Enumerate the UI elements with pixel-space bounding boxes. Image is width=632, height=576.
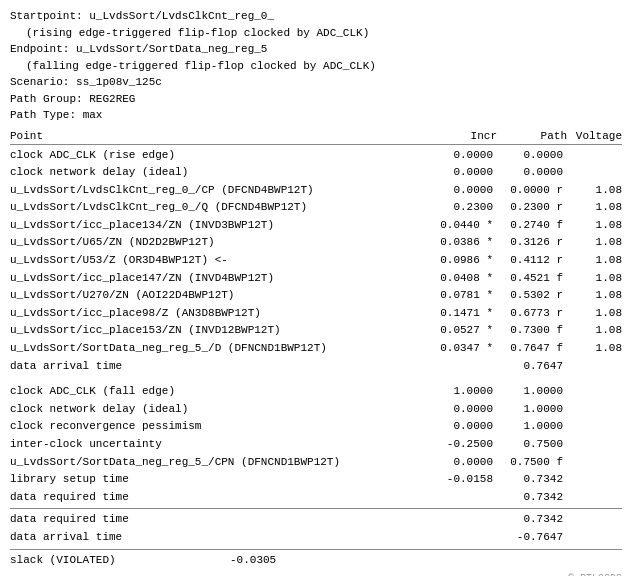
row-point: u_LvdsSort/icc_place153/ZN (INVD12BWP12T…	[10, 322, 417, 340]
row-point: u_LvdsSort/icc_place98/Z (AN3D8BWP12T)	[10, 305, 417, 323]
table-row: clock ADC_CLK (fall edge)1.00001.0000	[10, 383, 622, 401]
row-path: 0.6773 r	[497, 305, 567, 323]
row-incr: 1.0000	[417, 383, 497, 401]
row-incr	[417, 511, 497, 529]
table-row: data arrival time0.7647	[10, 358, 622, 376]
startpoint-label: Startpoint:	[10, 10, 83, 22]
row-point: data required time	[10, 511, 417, 529]
table-row: data arrival time-0.7647	[10, 529, 622, 547]
table-row: u_LvdsSort/LvdsClkCnt_reg_0_/Q (DFCND4BW…	[10, 199, 622, 217]
endpoint-name: u_LvdsSort/SortData_neg_reg_5	[76, 43, 267, 55]
row-path: 0.7342	[497, 471, 567, 489]
row-incr	[417, 529, 497, 547]
table-row: clock reconvergence pessimism0.00001.000…	[10, 418, 622, 436]
startpoint-detail: (rising edge-triggered flip-flop clocked…	[26, 27, 369, 39]
table-row: u_LvdsSort/SortData_neg_reg_5_/CPN (DFNC…	[10, 454, 622, 472]
table-row: clock network delay (ideal)0.00000.0000	[10, 164, 622, 182]
row-point: clock network delay (ideal)	[10, 401, 417, 419]
row-voltage	[567, 164, 622, 182]
row-path: 0.7300 f	[497, 322, 567, 340]
row-point: u_LvdsSort/SortData_neg_reg_5_/CPN (DFNC…	[10, 454, 417, 472]
slack-label: slack (VIOLATED)	[10, 552, 210, 570]
table-row: data required time0.7342	[10, 511, 622, 529]
row-point: library setup time	[10, 471, 417, 489]
table-row: data required time0.7342	[10, 489, 622, 507]
row-voltage: 1.08	[567, 287, 622, 305]
row-path: -0.7647	[497, 529, 567, 547]
row-voltage	[567, 147, 622, 165]
row-path: 0.5302 r	[497, 287, 567, 305]
table-row: clock network delay (ideal)0.00001.0000	[10, 401, 622, 419]
row-voltage: 1.08	[567, 199, 622, 217]
row-voltage	[567, 471, 622, 489]
row-incr: 0.0000	[417, 418, 497, 436]
report-container: Startpoint: u_LvdsSort/LvdsClkCnt_reg_0_…	[10, 8, 622, 576]
row-point: u_LvdsSort/SortData_neg_reg_5_/D (DFNCND…	[10, 340, 417, 358]
row-incr: 0.0000	[417, 182, 497, 200]
row-incr	[417, 358, 497, 376]
scenario-value: ss_1p08v_125c	[76, 76, 162, 88]
row-incr: 0.2300	[417, 199, 497, 217]
row-path: 0.3126 r	[497, 234, 567, 252]
row-incr: 0.0000	[417, 454, 497, 472]
row-incr: 0.0347 *	[417, 340, 497, 358]
timing-table: Point Incr Path Voltage clock ADC_CLK (r…	[10, 130, 622, 570]
row-point: u_LvdsSort/LvdsClkCnt_reg_0_/Q (DFCND4BW…	[10, 199, 417, 217]
section3-rows: data required time0.7342data arrival tim…	[10, 511, 622, 546]
col-header-incr: Incr	[417, 130, 497, 142]
path-type-label: Path Type:	[10, 109, 76, 121]
row-voltage	[567, 401, 622, 419]
row-incr: 0.0000	[417, 401, 497, 419]
row-voltage	[567, 436, 622, 454]
row-incr: 0.0986 *	[417, 252, 497, 270]
table-row: u_LvdsSort/LvdsClkCnt_reg_0_/CP (DFCND4B…	[10, 182, 622, 200]
table-row: u_LvdsSort/icc_place134/ZN (INVD3BWP12T)…	[10, 217, 622, 235]
gap1	[10, 375, 622, 383]
section2-rows: clock ADC_CLK (fall edge)1.00001.0000clo…	[10, 383, 622, 506]
row-incr: -0.0158	[417, 471, 497, 489]
slack-row: slack (VIOLATED) -0.0305	[10, 552, 622, 570]
row-point: clock ADC_CLK (rise edge)	[10, 147, 417, 165]
row-point: inter-clock uncertainty	[10, 436, 417, 454]
col-header-voltage: Voltage	[567, 130, 622, 142]
table-row: library setup time-0.01580.7342	[10, 471, 622, 489]
row-voltage	[567, 511, 622, 529]
table-row: u_LvdsSort/icc_place153/ZN (INVD12BWP12T…	[10, 322, 622, 340]
row-incr	[417, 489, 497, 507]
slack-value: -0.0305	[230, 552, 276, 570]
row-incr: -0.2500	[417, 436, 497, 454]
endpoint-detail: (falling edge-triggered flip-flop clocke…	[26, 60, 376, 72]
row-incr: 0.0386 *	[417, 234, 497, 252]
row-voltage: 1.08	[567, 340, 622, 358]
scenario-label: Scenario:	[10, 76, 69, 88]
row-path: 0.7342	[497, 489, 567, 507]
row-path: 0.0000	[497, 164, 567, 182]
table-header-row: Point Incr Path Voltage	[10, 130, 622, 145]
row-incr: 0.0527 *	[417, 322, 497, 340]
header-block: Startpoint: u_LvdsSort/LvdsClkCnt_reg_0_…	[10, 8, 622, 124]
row-voltage	[567, 529, 622, 547]
row-point: u_LvdsSort/icc_place147/ZN (INVD4BWP12T)	[10, 270, 417, 288]
path-group-label: Path Group:	[10, 93, 83, 105]
row-voltage: 1.08	[567, 305, 622, 323]
row-path: 0.2740 f	[497, 217, 567, 235]
divider2	[10, 508, 622, 509]
row-path: 1.0000	[497, 418, 567, 436]
row-path: 0.4521 f	[497, 270, 567, 288]
row-path: 0.7342	[497, 511, 567, 529]
row-incr: 0.0781 *	[417, 287, 497, 305]
endpoint-label: Endpoint:	[10, 43, 69, 55]
row-point: u_LvdsSort/U65/ZN (ND2D2BWP12T)	[10, 234, 417, 252]
row-point: clock ADC_CLK (fall edge)	[10, 383, 417, 401]
row-point: u_LvdsSort/U270/ZN (AOI22D4BWP12T)	[10, 287, 417, 305]
row-path: 0.7647	[497, 358, 567, 376]
row-voltage: 1.08	[567, 270, 622, 288]
row-point: u_LvdsSort/icc_place134/ZN (INVD3BWP12T)	[10, 217, 417, 235]
table-row: u_LvdsSort/icc_place147/ZN (INVD4BWP12T)…	[10, 270, 622, 288]
row-voltage: 1.08	[567, 234, 622, 252]
table-row: u_LvdsSort/U270/ZN (AOI22D4BWP12T)0.0781…	[10, 287, 622, 305]
row-path: 0.4112 r	[497, 252, 567, 270]
row-path: 0.2300 r	[497, 199, 567, 217]
row-path: 0.7500 f	[497, 454, 567, 472]
row-voltage: 1.08	[567, 252, 622, 270]
